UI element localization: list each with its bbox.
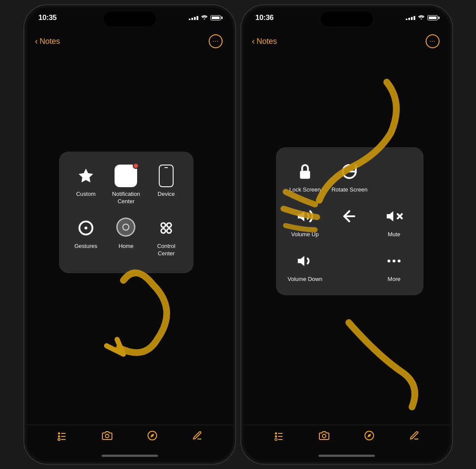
- volume-down-icon: [293, 249, 317, 273]
- menu-item-control-center[interactable]: Control Center: [148, 212, 185, 261]
- camera-toolbar-icon-1[interactable]: [102, 430, 112, 441]
- status-icons-2: [406, 14, 438, 21]
- home-indicator-bar-2: [318, 455, 375, 457]
- back-button-1[interactable]: ‹ Notes: [35, 36, 60, 46]
- device-label: Device: [158, 191, 175, 198]
- menu-item-home[interactable]: Home: [108, 212, 144, 261]
- home-label: Home: [118, 243, 134, 250]
- svg-point-6: [58, 433, 60, 435]
- control-center-icon: [154, 216, 178, 240]
- menu-item-lock-screen[interactable]: Lock Screen: [285, 156, 326, 197]
- svg-rect-15: [300, 171, 310, 178]
- back-button-2[interactable]: ‹ Notes: [252, 36, 277, 46]
- nav-title-1: Notes: [39, 37, 60, 46]
- dynamic-island-1: [104, 12, 156, 26]
- notification-center-label: Notification Center: [109, 191, 143, 205]
- location-toolbar-icon-1[interactable]: [147, 430, 158, 441]
- more-dots-1: ···: [213, 37, 218, 45]
- back-arrow-center-icon: [337, 204, 361, 228]
- nav-more-2[interactable]: ···: [426, 34, 440, 48]
- back-chevron-1: ‹: [35, 36, 38, 46]
- svg-marker-20: [298, 256, 304, 266]
- menu-item-device[interactable]: Device: [148, 160, 185, 209]
- svg-marker-17: [387, 211, 393, 221]
- custom-label: Custom: [76, 191, 95, 198]
- checklist-toolbar-icon-2[interactable]: [274, 430, 284, 441]
- menu-spacer-bottom-center: [329, 245, 370, 287]
- menu-item-custom[interactable]: Custom: [68, 160, 105, 209]
- home-indicator-1: [26, 449, 233, 462]
- more-icon: [382, 249, 406, 273]
- battery-icon-1: [210, 15, 221, 20]
- svg-point-5: [167, 228, 171, 233]
- volume-up-label: Volume Up: [291, 231, 319, 238]
- rotate-screen-label: Rotate Screen: [332, 186, 368, 194]
- time-2: 10:36: [256, 13, 274, 22]
- device-icon: [154, 164, 178, 188]
- home-icon: [114, 216, 138, 240]
- svg-point-2: [161, 223, 165, 227]
- menu-item-more[interactable]: More: [374, 245, 415, 287]
- menu-spacer-top-right: [374, 156, 415, 197]
- lock-screen-icon: [293, 159, 317, 184]
- edit-toolbar-icon-2[interactable]: [409, 430, 420, 441]
- nav-bar-1: ‹ Notes ···: [26, 31, 233, 52]
- phone-content-1: Custom Notification Center: [26, 52, 233, 425]
- gestures-label: Gestures: [74, 243, 97, 250]
- svg-marker-14: [150, 434, 154, 437]
- svg-point-23: [397, 259, 400, 262]
- menu-item-mute[interactable]: Mute: [374, 201, 415, 242]
- menu-item-back-center: [329, 201, 370, 242]
- phone-2-inner: 10:36: [243, 7, 450, 462]
- menu-item-volume-up[interactable]: Volume Up: [285, 201, 326, 242]
- menu-item-rotate-screen[interactable]: Rotate Screen: [329, 156, 370, 197]
- more-label: More: [387, 276, 400, 283]
- star-icon: [74, 164, 98, 188]
- svg-point-4: [161, 228, 165, 233]
- time-1: 10:35: [39, 13, 57, 22]
- battery-icon-2: [427, 15, 438, 20]
- svg-point-8: [58, 436, 60, 438]
- nav-bar-2: ‹ Notes ···: [243, 31, 450, 52]
- phone-2: 10:36: [240, 4, 453, 465]
- volume-down-label: Volume Down: [288, 276, 322, 283]
- mute-label: Mute: [388, 231, 400, 238]
- svg-point-12: [105, 434, 109, 438]
- rotate-screen-icon: [337, 159, 361, 184]
- notification-center-icon: [114, 164, 138, 188]
- menu-item-volume-down[interactable]: Volume Down: [285, 245, 326, 287]
- checklist-toolbar-icon-1[interactable]: [57, 430, 67, 441]
- svg-point-30: [322, 434, 326, 438]
- wifi-icon-2: [418, 14, 425, 21]
- home-indicator-bar-1: [102, 455, 158, 457]
- phone-1-inner: 10:35: [26, 7, 233, 462]
- nav-more-1[interactable]: ···: [209, 34, 223, 48]
- phones-container: 10:35: [23, 4, 453, 465]
- svg-marker-32: [367, 434, 371, 437]
- assistive-menu-2: Lock Screen Rotate Screen: [276, 147, 423, 295]
- assistive-menu-1: Custom Notification Center: [59, 152, 194, 273]
- nav-title-2: Notes: [256, 37, 277, 46]
- svg-point-28: [275, 439, 277, 441]
- menu-item-gestures[interactable]: Gestures: [68, 212, 105, 261]
- svg-point-26: [275, 436, 277, 438]
- status-icons-1: [189, 14, 221, 21]
- dynamic-island-2: [321, 12, 373, 26]
- lock-screen-label: Lock Screen: [289, 186, 321, 194]
- mute-icon: [382, 204, 406, 228]
- phone-1: 10:35: [23, 4, 236, 465]
- phone-content-2: Lock Screen Rotate Screen: [243, 52, 450, 425]
- camera-toolbar-icon-2[interactable]: [319, 430, 329, 441]
- location-toolbar-icon-2[interactable]: [364, 430, 374, 441]
- back-chevron-2: ‹: [252, 36, 255, 46]
- svg-point-24: [275, 433, 277, 435]
- signal-icon-2: [406, 16, 415, 20]
- svg-point-21: [387, 259, 391, 262]
- signal-icon-1: [189, 16, 198, 20]
- svg-point-3: [167, 223, 171, 227]
- edit-toolbar-icon-1[interactable]: [192, 430, 203, 441]
- control-center-label: Control Center: [150, 243, 183, 258]
- svg-marker-16: [298, 211, 304, 221]
- menu-item-notification-center[interactable]: Notification Center: [108, 160, 144, 209]
- gestures-icon: [74, 216, 98, 240]
